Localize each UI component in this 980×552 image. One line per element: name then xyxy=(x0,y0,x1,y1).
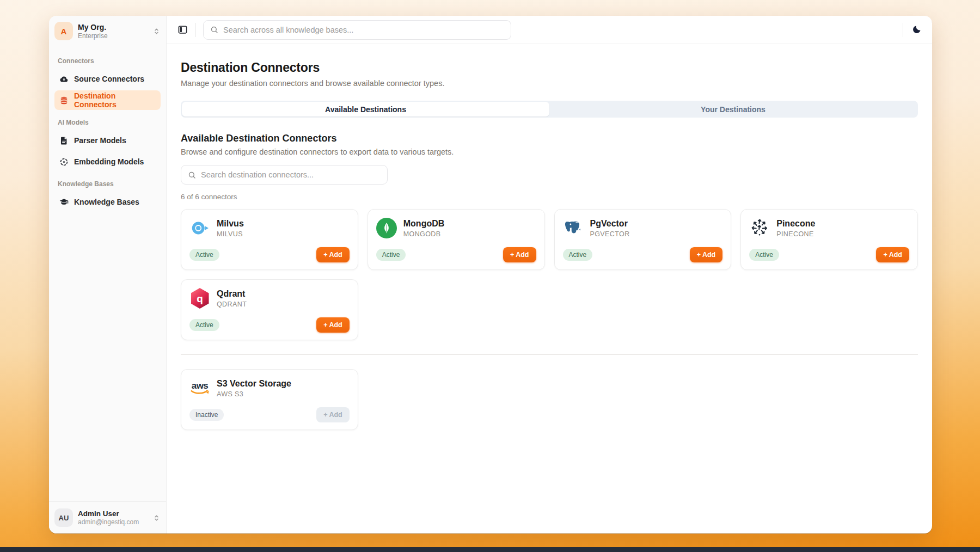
org-plan: Enterprise xyxy=(78,32,148,40)
nav-section: AI Models Parser Models Embedding Models xyxy=(54,119,161,171)
tab-your-destinations[interactable]: Your Destinations xyxy=(549,102,917,116)
status-badge: Inactive xyxy=(189,409,224,421)
connector-name: MongoDB xyxy=(403,219,445,229)
qdrant-logo: q xyxy=(189,288,210,309)
status-badge: Active xyxy=(376,249,406,261)
add-connector-button[interactable]: + Add xyxy=(316,317,350,333)
search-icon xyxy=(210,26,218,34)
connector-grid-secondary: aws S3 Vector Storage AWS S3 Inactive + … xyxy=(181,369,918,430)
add-connector-button[interactable]: + Add xyxy=(690,247,723,262)
taskbar-strip xyxy=(0,547,980,552)
page-title: Destination Connectors xyxy=(181,60,918,75)
user-avatar: AU xyxy=(54,508,73,527)
page-subtitle: Manage your destination connectors and b… xyxy=(181,79,918,88)
status-badge: Active xyxy=(189,249,219,261)
search-icon xyxy=(188,171,196,179)
sidebar-item-label: Source Connectors xyxy=(74,75,144,83)
connector-code: AWS S3 xyxy=(217,390,291,398)
user-menu[interactable]: AU Admin User admin@ingestiq.com xyxy=(49,501,166,533)
connector-group-divider xyxy=(181,354,918,355)
sidebar-item-embedding-models[interactable]: Embedding Models xyxy=(54,152,161,171)
connector-card-milvus: Milvus MILVUS Active + Add xyxy=(181,209,358,270)
nav-section-label: Knowledge Bases xyxy=(58,180,157,188)
connector-search-input[interactable] xyxy=(201,170,381,179)
connector-card-s3-vector-storage: aws S3 Vector Storage AWS S3 Inactive + … xyxy=(181,369,358,430)
nav-section-items: Source Connectors Destination Connectors xyxy=(54,69,161,110)
connector-code: MONGODB xyxy=(403,230,445,238)
connector-card-qdrant: q Qdrant QDRANT Active + Add xyxy=(181,279,358,340)
topbar-divider xyxy=(903,23,903,37)
connector-code: MILVUS xyxy=(217,230,244,238)
chevrons-up-down-icon xyxy=(152,27,161,35)
main-area: Destination Connectors Manage your desti… xyxy=(167,16,932,533)
nav-section: Knowledge Bases Knowledge Bases xyxy=(54,180,161,212)
pinecone-logo xyxy=(749,218,770,238)
topbar-divider xyxy=(195,23,196,37)
connector-card-pgvector: PgVector PGVECTOR Active + Add xyxy=(554,209,732,270)
connector-code: PINECONE xyxy=(776,230,815,238)
connector-code: PGVECTOR xyxy=(590,230,630,238)
section-title: Available Destination Connectors xyxy=(181,133,918,144)
org-avatar: A xyxy=(54,22,73,40)
connector-card-pinecone: Pinecone PINECONE Active + Add xyxy=(740,209,918,270)
global-search xyxy=(203,20,511,40)
sidebar-toggle-button[interactable] xyxy=(176,24,188,36)
add-connector-button[interactable]: + Add xyxy=(876,247,909,262)
nav-section-items: Knowledge Bases xyxy=(54,192,161,212)
sidebar-item-source-connectors[interactable]: Source Connectors xyxy=(54,69,161,89)
scan-circle-icon xyxy=(59,157,69,167)
nav-section: Connectors Source Connectors Destination… xyxy=(54,57,161,110)
sidebar-item-label: Embedding Models xyxy=(74,157,144,166)
mongodb-logo xyxy=(376,218,397,238)
connector-code: QDRANT xyxy=(217,300,247,308)
sidebar-item-knowledge-bases[interactable]: Knowledge Bases xyxy=(54,192,161,212)
app-window: A My Org. Enterprise Connectors Source C… xyxy=(49,16,932,533)
sidebar-item-label: Destination Connectors xyxy=(74,91,156,109)
aws-logo: aws xyxy=(189,378,210,398)
org-switcher[interactable]: A My Org. Enterprise xyxy=(49,16,166,46)
tab-label: Your Destinations xyxy=(701,105,765,114)
global-search-input[interactable] xyxy=(223,26,504,34)
file-text-icon xyxy=(59,136,69,145)
org-name: My Org. xyxy=(78,23,148,32)
connector-name: S3 Vector Storage xyxy=(217,379,291,389)
nav-section-label: AI Models xyxy=(58,119,157,126)
topbar xyxy=(167,16,932,44)
page-content: Destination Connectors Manage your desti… xyxy=(167,44,932,533)
status-badge: Active xyxy=(749,249,779,261)
chevrons-up-down-icon xyxy=(152,514,161,522)
tab-available-destinations[interactable]: Available Destinations xyxy=(182,102,549,116)
add-connector-button[interactable]: + Add xyxy=(316,407,350,422)
milvus-logo xyxy=(189,218,210,238)
sidebar-item-label: Parser Models xyxy=(74,136,126,145)
database-icon xyxy=(59,96,69,105)
connector-search xyxy=(181,165,388,185)
theme-toggle-button[interactable] xyxy=(910,24,922,36)
cloud-upload-icon xyxy=(59,75,69,84)
connector-name: Milvus xyxy=(217,219,244,229)
connector-name: Qdrant xyxy=(217,289,247,299)
tabs-strip: Available DestinationsYour Destinations xyxy=(181,101,918,118)
connector-grid-main: Milvus MILVUS Active + Add MongoDB MONGO… xyxy=(181,209,918,340)
panel-left-icon xyxy=(176,24,188,35)
sidebar-item-destination-connectors[interactable]: Destination Connectors xyxy=(54,90,161,110)
graduation-cap-icon xyxy=(59,198,69,207)
status-badge: Active xyxy=(189,319,219,331)
pgvector-logo xyxy=(563,218,584,238)
add-connector-button[interactable]: + Add xyxy=(316,247,350,262)
connector-name: PgVector xyxy=(590,219,630,229)
nav-section-items: Parser Models Embedding Models xyxy=(54,131,161,171)
add-connector-button[interactable]: + Add xyxy=(503,247,536,262)
sidebar-item-parser-models[interactable]: Parser Models xyxy=(54,131,161,150)
moon-icon xyxy=(910,24,922,35)
sidebar-nav: Connectors Source Connectors Destination… xyxy=(49,46,166,501)
tab-label: Available Destinations xyxy=(325,105,406,114)
user-email: admin@ingestiq.com xyxy=(78,518,148,526)
result-count: 6 of 6 connectors xyxy=(181,193,918,201)
connector-card-mongodb: MongoDB MONGODB Active + Add xyxy=(367,209,545,270)
user-name: Admin User xyxy=(78,510,148,518)
sidebar: A My Org. Enterprise Connectors Source C… xyxy=(49,16,167,533)
section-subtitle: Browse and configure destination connect… xyxy=(181,148,918,156)
nav-section-label: Connectors xyxy=(58,57,157,65)
connector-name: Pinecone xyxy=(776,219,815,229)
